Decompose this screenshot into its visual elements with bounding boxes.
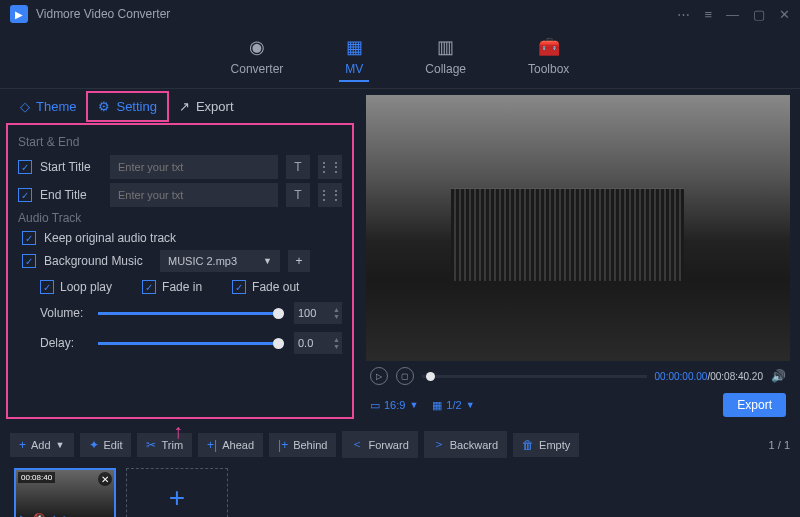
chevron-right-icon: ＞ bbox=[433, 436, 445, 453]
plus-icon: + bbox=[19, 438, 26, 452]
backward-button[interactable]: ＞Backward bbox=[424, 431, 507, 458]
maximize-icon[interactable]: ▢ bbox=[753, 7, 765, 22]
wand-icon: ✦ bbox=[89, 438, 99, 452]
ahead-button[interactable]: +|Ahead bbox=[198, 433, 263, 457]
mv-icon: ▦ bbox=[346, 36, 363, 58]
delay-stepper[interactable]: 0.0▲▼ bbox=[294, 332, 342, 354]
clip-toolbar: +Add ▼ ✦Edit ✂Trim +|Ahead |+Behind ＜For… bbox=[0, 425, 800, 464]
page-counter: 1 / 1 bbox=[769, 439, 790, 451]
collage-icon: ▥ bbox=[437, 36, 454, 58]
audio-track-heading: Audio Track bbox=[18, 211, 342, 225]
end-title-checkbox[interactable]: ✓ bbox=[18, 188, 32, 202]
toolbox-icon: 🧰 bbox=[538, 36, 560, 58]
tab-converter[interactable]: ◉ Converter bbox=[225, 36, 290, 82]
ahead-icon: +| bbox=[207, 438, 217, 452]
title-bar: ▶ Vidmore Video Converter ⋯ ≡ — ▢ ✕ bbox=[0, 0, 800, 28]
start-end-heading: Start & End bbox=[18, 135, 342, 149]
progress-bar[interactable] bbox=[422, 375, 647, 378]
clip-strip: 00:08:40 ✕ ▷ 🔇 ✦ ✂ + bbox=[0, 464, 800, 517]
clip-mute-icon[interactable]: 🔇 bbox=[33, 513, 45, 517]
start-grid-button[interactable]: ⋮⋮ bbox=[318, 155, 342, 179]
chevron-down-icon: ▼ bbox=[263, 256, 272, 266]
chevron-left-icon: ＜ bbox=[351, 436, 363, 453]
end-title-label: End Title bbox=[40, 188, 102, 202]
close-icon[interactable]: ✕ bbox=[779, 7, 790, 22]
annotation-arrow-icon: ↑ bbox=[173, 420, 183, 443]
subtab-export[interactable]: ↗ Export bbox=[169, 93, 244, 120]
clip-duration: 00:08:40 bbox=[18, 472, 55, 483]
subtab-setting[interactable]: ⚙ Setting bbox=[86, 91, 168, 122]
app-title: Vidmore Video Converter bbox=[36, 7, 677, 21]
end-grid-button[interactable]: ⋮⋮ bbox=[318, 183, 342, 207]
gear-icon: ⚙ bbox=[98, 99, 110, 114]
subtab-theme[interactable]: ◇ Theme bbox=[10, 93, 86, 120]
end-text-style-button[interactable]: T bbox=[286, 183, 310, 207]
loop-checkbox[interactable]: ✓ bbox=[40, 280, 54, 294]
bg-music-select[interactable]: MUSIC 2.mp3 ▼ bbox=[160, 250, 280, 272]
settings-panel: Start & End ✓ Start Title T ⋮⋮ ✓ End Tit… bbox=[6, 123, 354, 419]
converter-icon: ◉ bbox=[249, 36, 265, 58]
start-title-input[interactable] bbox=[110, 155, 278, 179]
end-title-input[interactable] bbox=[110, 183, 278, 207]
feedback-icon[interactable]: ⋯ bbox=[677, 7, 690, 22]
left-panel: ◇ Theme ⚙ Setting ↗ Export Start & End ✓… bbox=[0, 89, 360, 419]
fadein-checkbox[interactable]: ✓ bbox=[142, 280, 156, 294]
fadeout-checkbox[interactable]: ✓ bbox=[232, 280, 246, 294]
clip-thumbnail[interactable]: 00:08:40 ✕ ▷ 🔇 ✦ ✂ bbox=[14, 468, 116, 517]
preview-panel: ▷ ▢ 00:00:00.00/00:08:40.20 🔊 ▭ 16:9 ▼ ▦… bbox=[360, 89, 800, 419]
start-title-checkbox[interactable]: ✓ bbox=[18, 160, 32, 174]
keep-original-label: Keep original audio track bbox=[44, 231, 176, 245]
add-button[interactable]: +Add ▼ bbox=[10, 433, 74, 457]
zoom-select[interactable]: ▦ 1/2 ▼ bbox=[432, 399, 474, 412]
behind-button[interactable]: |+Behind bbox=[269, 433, 336, 457]
keep-original-checkbox[interactable]: ✓ bbox=[22, 231, 36, 245]
main-tabs: ◉ Converter ▦ MV ▥ Collage 🧰 Toolbox bbox=[0, 28, 800, 89]
aspect-ratio-select[interactable]: ▭ 16:9 ▼ bbox=[370, 399, 418, 412]
remove-clip-button[interactable]: ✕ bbox=[98, 472, 112, 486]
clip-play-icon[interactable]: ▷ bbox=[20, 513, 28, 517]
volume-icon[interactable]: 🔊 bbox=[771, 369, 786, 383]
preview-options: ▭ 16:9 ▼ ▦ 1/2 ▼ Export bbox=[366, 391, 790, 419]
tab-collage[interactable]: ▥ Collage bbox=[419, 36, 472, 82]
bg-music-label: Background Music bbox=[44, 254, 152, 268]
playback-controls: ▷ ▢ 00:00:00.00/00:08:40.20 🔊 bbox=[366, 361, 790, 391]
export-button[interactable]: Export bbox=[723, 393, 786, 417]
add-clip-slot[interactable]: + bbox=[126, 468, 228, 517]
time-total: /00:08:40.20 bbox=[707, 371, 763, 382]
stop-button[interactable]: ▢ bbox=[396, 367, 414, 385]
delay-label: Delay: bbox=[40, 336, 88, 350]
delay-slider[interactable] bbox=[98, 342, 284, 345]
empty-button[interactable]: 🗑Empty bbox=[513, 433, 579, 457]
time-current: 00:00:00.00 bbox=[655, 371, 708, 382]
clip-effect-icon[interactable]: ✦ bbox=[50, 513, 58, 517]
edit-button[interactable]: ✦Edit bbox=[80, 433, 132, 457]
play-button[interactable]: ▷ bbox=[370, 367, 388, 385]
trash-icon: 🗑 bbox=[522, 438, 534, 452]
video-preview[interactable] bbox=[366, 95, 790, 361]
start-text-style-button[interactable]: T bbox=[286, 155, 310, 179]
app-logo-icon: ▶ bbox=[10, 5, 28, 23]
scissors-icon: ✂ bbox=[146, 438, 156, 452]
volume-label: Volume: bbox=[40, 306, 88, 320]
forward-button[interactable]: ＜Forward bbox=[342, 431, 417, 458]
tab-mv[interactable]: ▦ MV bbox=[339, 36, 369, 82]
minimize-icon[interactable]: — bbox=[726, 7, 739, 22]
trim-button[interactable]: ✂Trim bbox=[137, 433, 192, 457]
theme-icon: ◇ bbox=[20, 99, 30, 114]
start-title-label: Start Title bbox=[40, 160, 102, 174]
volume-stepper[interactable]: 100▲▼ bbox=[294, 302, 342, 324]
behind-icon: |+ bbox=[278, 438, 288, 452]
export-icon: ↗ bbox=[179, 99, 190, 114]
menu-icon[interactable]: ≡ bbox=[704, 7, 712, 22]
add-music-button[interactable]: + bbox=[288, 250, 310, 272]
bg-music-checkbox[interactable]: ✓ bbox=[22, 254, 36, 268]
sub-tabs: ◇ Theme ⚙ Setting ↗ Export bbox=[0, 89, 360, 123]
clip-trim-icon[interactable]: ✂ bbox=[63, 513, 71, 517]
volume-slider[interactable] bbox=[98, 312, 284, 315]
tab-toolbox[interactable]: 🧰 Toolbox bbox=[522, 36, 575, 82]
